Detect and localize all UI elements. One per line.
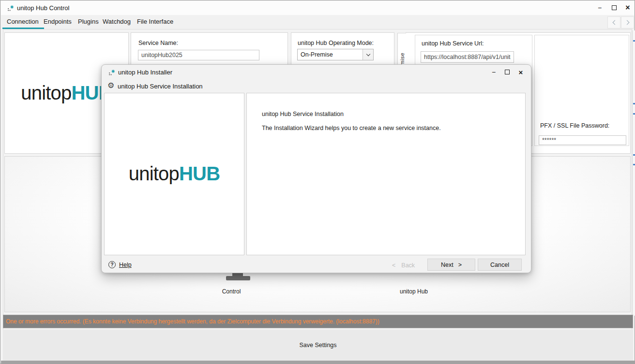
chevron-left-icon: [612, 20, 617, 25]
main-window: unitop Hub Control − × Connection Endpoi…: [0, 0, 635, 364]
service-url-input[interactable]: [421, 51, 514, 63]
installer-dialog: unitop Hub Installer − × ⚙ unitop Hub Se…: [101, 64, 531, 273]
scrollbar-marker: [633, 113, 635, 115]
save-settings-button[interactable]: Save Settings: [3, 330, 633, 361]
status-error-bar: One or more errors occurred. (Es konnte …: [3, 315, 633, 328]
back-button[interactable]: <Back: [392, 262, 415, 269]
tab-bar: Connection Endpoints Plugins Watchdog Fi…: [1, 15, 634, 29]
help-link[interactable]: Help: [119, 262, 132, 268]
scrollbar-marker: [633, 40, 635, 42]
tab-watchdog[interactable]: Watchdog: [103, 15, 131, 28]
minimize-button[interactable]: −: [592, 1, 607, 15]
minimize-icon: −: [492, 68, 496, 76]
dialog-logo-panel: unitopHUB: [104, 93, 244, 255]
dialog-content-panel: unitop Hub Service Installation The Inst…: [246, 93, 526, 255]
window-bottom-edge: [1, 361, 635, 364]
tab-plugins[interactable]: Plugins: [78, 15, 99, 28]
dialog-header: unitop Hub Service Installation: [118, 83, 203, 90]
service-name-input[interactable]: [138, 50, 259, 60]
chevron-right-icon: >: [458, 262, 462, 268]
diagram-hub-label: unitop Hub: [393, 288, 435, 295]
help-icon: ?: [108, 261, 116, 268]
tab-endpoints[interactable]: Endpoints: [44, 15, 72, 28]
gear-icon: ⚙: [107, 81, 114, 90]
close-icon: ×: [519, 68, 523, 76]
dialog-body-text: The Installation Wizard helps you to cre…: [262, 125, 441, 131]
error-message: One or more errors occurred. (Es konnte …: [6, 318, 379, 325]
unitophub-logo: unitopHUB: [129, 163, 220, 185]
close-icon: ×: [625, 3, 630, 12]
maximize-button[interactable]: [607, 1, 621, 15]
tab-connection[interactable]: Connection: [7, 15, 39, 28]
service-name-label: Service Name:: [138, 40, 178, 46]
next-button[interactable]: Next>: [427, 259, 475, 271]
minimize-icon: −: [598, 4, 602, 12]
dialog-title: unitop Hub Installer: [118, 69, 172, 76]
diagram-control-label: Control: [216, 288, 247, 295]
pfx-password-input[interactable]: [539, 135, 626, 145]
close-button[interactable]: ×: [620, 1, 635, 15]
dialog-app-icon: [108, 69, 115, 76]
maximize-icon: [612, 5, 617, 10]
chevron-down-icon: [366, 52, 370, 56]
pfx-password-label: PFX / SSL File Password:: [540, 122, 609, 129]
maximize-icon: [505, 70, 510, 74]
titlebar: unitop Hub Control − ×: [1, 1, 634, 15]
tab-file-interface[interactable]: File Interface: [137, 15, 173, 28]
tab-scroll-left-button[interactable]: [607, 16, 620, 29]
chevron-right-icon: [624, 20, 629, 25]
app-icon: [7, 5, 14, 12]
tab-scroll-right-button[interactable]: [621, 16, 634, 29]
pfx-password-panel: PFX / SSL File Password:: [534, 35, 629, 146]
control-monitor-base: [226, 276, 250, 280]
scrollbar-marker: [633, 164, 635, 165]
cancel-button[interactable]: Cancel: [478, 259, 522, 271]
window-title: unitop Hub Control: [17, 4, 69, 12]
select-dropdown-button[interactable]: [363, 49, 373, 60]
dialog-body-title: unitop Hub Service Installation: [262, 111, 344, 117]
chevron-left-icon: <: [392, 262, 395, 269]
scrollbar[interactable]: [632, 30, 635, 316]
operating-mode-select[interactable]: On-Premise: [297, 49, 374, 60]
operating-mode-label: unitop Hub Operating Mode:: [298, 40, 374, 46]
scrollbar-marker: [633, 103, 635, 104]
dialog-maximize-button[interactable]: [501, 66, 514, 78]
unitophub-logo: unitopHUB: [21, 82, 112, 103]
dialog-minimize-button[interactable]: −: [487, 66, 500, 78]
service-url-label: unitop Hub Service Url:: [422, 40, 484, 47]
dialog-close-button[interactable]: ×: [514, 66, 527, 78]
scrollbar-marker: [633, 154, 635, 156]
